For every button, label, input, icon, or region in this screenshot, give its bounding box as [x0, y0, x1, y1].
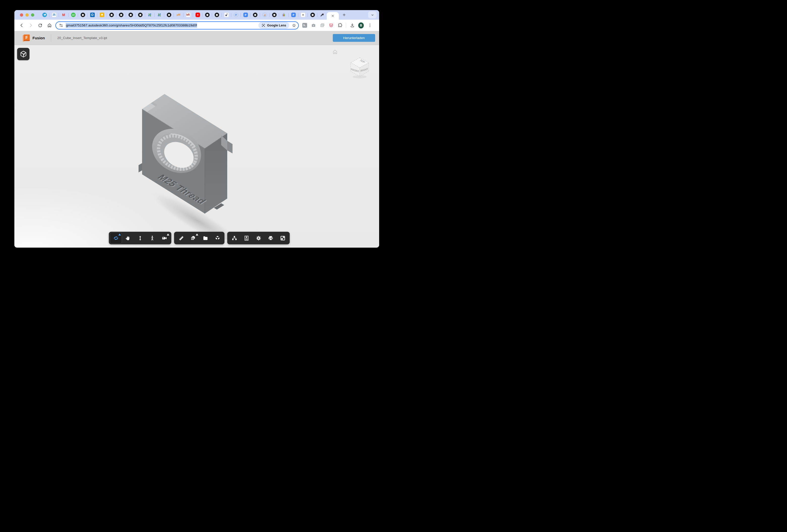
- fullscreen-tool[interactable]: [277, 233, 289, 243]
- new-tab-button[interactable]: [341, 12, 347, 18]
- url-bar[interactable]: gmail3751567.autodesk360.com/g/shares/SH…: [56, 21, 299, 29]
- google-lens-button[interactable]: Google Lens: [258, 22, 289, 29]
- telegram-pinned-tab[interactable]: [40, 10, 49, 20]
- fullscreen-tool-icon: [280, 235, 286, 241]
- downloads-button[interactable]: [349, 23, 355, 28]
- settings-tool-icon: [256, 235, 261, 241]
- hypothesis-extension[interactable]: h.: [302, 23, 307, 28]
- github-pinned-tab[interactable]: [126, 10, 135, 20]
- cluster-app-pinned-tab[interactable]: [155, 10, 164, 20]
- cluster-app-pinned-tab[interactable]: [145, 10, 154, 20]
- camera-tool-flyout-indicator[interactable]: [167, 234, 169, 235]
- extensions-menu[interactable]: [337, 23, 343, 28]
- measure-tool[interactable]: [175, 233, 187, 243]
- browser-menu-icon: [367, 23, 373, 28]
- outlook-pinned-tab[interactable]: O: [88, 10, 97, 20]
- github-pinned-tab[interactable]: [203, 10, 212, 20]
- header-divider: [51, 34, 51, 42]
- reload-button[interactable]: [36, 21, 44, 29]
- github-icon: [273, 13, 276, 17]
- walk-tool[interactable]: [146, 233, 158, 243]
- screenshot-extension[interactable]: [311, 23, 316, 28]
- unlocked-site-icon: [225, 13, 228, 17]
- github-pinned-tab[interactable]: [164, 10, 174, 20]
- google-lens-icon: [261, 23, 265, 27]
- cluster-app-icon: [148, 13, 152, 17]
- pan-tool[interactable]: [122, 233, 134, 243]
- profile-avatar[interactable]: B: [358, 23, 364, 28]
- camera-tool[interactable]: [158, 233, 170, 243]
- home-button[interactable]: [45, 21, 54, 29]
- home-view-icon[interactable]: [332, 49, 338, 55]
- explode-tool-icon: [215, 235, 220, 241]
- suspended-doc-pinned-tab[interactable]: [231, 10, 240, 20]
- settings-tool[interactable]: [252, 233, 264, 243]
- orbit-tool-flyout-indicator[interactable]: [119, 234, 121, 235]
- model-browser-tool[interactable]: [228, 233, 240, 243]
- viewcube[interactable]: TOP FRONT RIGHT: [348, 56, 371, 78]
- bookmark-star-icon[interactable]: [292, 23, 296, 28]
- back-button[interactable]: [17, 21, 25, 29]
- stackoverflow-suspended-pinned-tab[interactable]: [260, 10, 269, 20]
- file-browser-tool[interactable]: [199, 233, 211, 243]
- section-analysis-tool-flyout-indicator[interactable]: [196, 234, 198, 235]
- properties-tool[interactable]: [240, 233, 252, 243]
- forward-button[interactable]: [27, 21, 35, 29]
- autodesk-pinned-tab[interactable]: [317, 10, 327, 20]
- browser-actions: h.B: [302, 23, 373, 28]
- section-analysis-tool[interactable]: [187, 233, 199, 243]
- google-calendar-pinned-tab[interactable]: 25: [49, 10, 59, 20]
- zoom-window-button[interactable]: [31, 13, 34, 17]
- section-analysis-tool-icon: [190, 235, 196, 241]
- downloads-button-icon: [350, 23, 355, 28]
- viewer-canvas[interactable]: TOP FRONT RIGHT: [14, 45, 379, 247]
- pan-tool-icon: [125, 235, 131, 241]
- chatgpt-pinned-tab[interactable]: ✳: [298, 10, 307, 20]
- print-tool[interactable]: [264, 233, 277, 243]
- zoom-tool[interactable]: [134, 233, 146, 243]
- inspect-toolbar: [174, 232, 225, 244]
- browser-menu[interactable]: [367, 23, 373, 28]
- close-tab-icon[interactable]: [331, 14, 335, 18]
- site-settings-icon[interactable]: [59, 23, 63, 27]
- fusion-brand-label: Fusion: [33, 36, 45, 40]
- github-pinned-tab[interactable]: [116, 10, 126, 20]
- download-button[interactable]: Herunterladen: [333, 34, 375, 42]
- github-pinned-tab[interactable]: [107, 10, 116, 20]
- biorxiv-pinned-tab[interactable]: bR: [184, 10, 193, 20]
- github-pinned-tab[interactable]: [270, 10, 279, 20]
- google-docs-pinned-tab[interactable]: [241, 10, 250, 20]
- github-pinned-tab[interactable]: [250, 10, 260, 20]
- explode-tool[interactable]: [211, 233, 224, 243]
- google-keep-pinned-tab[interactable]: [97, 10, 107, 20]
- google-keep-icon: [100, 13, 104, 17]
- pinned-tabs: 25M13OμMbR✳: [40, 10, 327, 20]
- print-tool-icon: [268, 235, 274, 241]
- photos-extension[interactable]: [319, 23, 325, 28]
- unlocked-site-pinned-tab[interactable]: [222, 10, 231, 20]
- orbit-tool[interactable]: [110, 233, 122, 243]
- measure-tool-icon: [178, 235, 184, 241]
- tab-search-button[interactable]: [368, 11, 377, 18]
- github-pinned-tab[interactable]: [212, 10, 221, 20]
- screenshot-extension-icon: [311, 23, 316, 28]
- viewcube-toggle-button[interactable]: [17, 48, 29, 60]
- active-tab[interactable]: [327, 12, 339, 20]
- google-calendar-glyph: 25: [52, 14, 56, 16]
- close-window-button[interactable]: [20, 13, 23, 17]
- micromolar-app-pinned-tab[interactable]: μM: [174, 10, 183, 20]
- minimize-window-button[interactable]: [25, 13, 29, 17]
- github-pinned-tab[interactable]: [135, 10, 145, 20]
- gmail-pinned-tab[interactable]: M: [59, 10, 68, 20]
- youtube-pinned-tab[interactable]: [193, 10, 202, 20]
- pocket-extension[interactable]: [328, 23, 334, 28]
- google-docs-icon: [244, 13, 248, 17]
- google-docs-pinned-tab[interactable]: [289, 10, 298, 20]
- forward-icon: [28, 23, 33, 28]
- telegram-icon: [43, 13, 46, 17]
- github-pinned-tab[interactable]: [78, 10, 87, 20]
- suspended-doc-icon: [234, 13, 238, 17]
- github-pinned-tab[interactable]: [308, 10, 317, 20]
- whatsapp-pinned-tab[interactable]: 13: [68, 10, 78, 20]
- chrome-web-store-pinned-tab[interactable]: [279, 10, 289, 20]
